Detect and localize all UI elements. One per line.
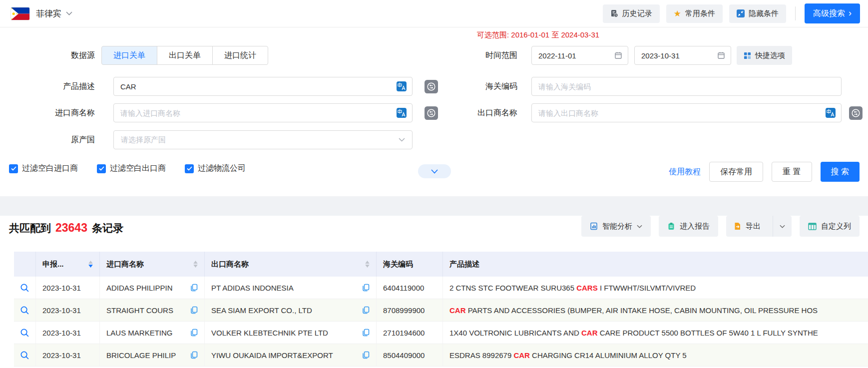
table-row[interactable]: 2023-10-31 ADIDAS PHILIPPIN PT ADIDAS IN… xyxy=(14,277,868,299)
cell-importer[interactable]: LAUS MARKETING xyxy=(106,329,173,337)
save-conditions-button[interactable]: 保存常用 xyxy=(709,162,763,182)
datasource-tabs: 进口关单 出口关单 进口统计 xyxy=(101,46,268,65)
export-button-group: 导出 xyxy=(726,216,792,237)
enter-report-button[interactable]: 进入报告 xyxy=(659,216,718,237)
filter-logistics-company[interactable]: 过滤物流公司 xyxy=(185,163,246,174)
hs-code-input[interactable] xyxy=(537,82,836,91)
magnifier-icon[interactable] xyxy=(20,306,29,315)
translate-icon[interactable] xyxy=(397,108,407,118)
tab-export-declarations[interactable]: 出口关单 xyxy=(157,46,213,65)
product-desc-input[interactable] xyxy=(119,82,397,91)
translate-icon[interactable] xyxy=(826,108,836,118)
magnifier-icon[interactable] xyxy=(20,351,29,360)
advanced-search-button[interactable]: 高级搜索 › xyxy=(805,3,860,23)
origin-select[interactable]: 请选择原产国 xyxy=(113,130,413,149)
columns-icon xyxy=(808,223,817,230)
cell-exporter[interactable]: VOLKER KLEBTECHNIK PTE LTD xyxy=(211,329,328,337)
filter-label: 过滤物流公司 xyxy=(198,163,246,174)
cell-importer[interactable]: BRICOLAGE PHILIP xyxy=(106,351,176,360)
cell-exporter[interactable]: YIWU OUKAIDA IMPORT&EXPORT xyxy=(211,351,333,360)
sort-control[interactable] xyxy=(88,261,93,268)
export-more-button[interactable] xyxy=(773,216,792,237)
search-form: 可选范围: 2016-01-01 至 2024-03-31 数据源 进口关单 出… xyxy=(0,27,868,196)
header-importer[interactable]: 进口商名称 xyxy=(100,252,205,277)
calendar-icon[interactable] xyxy=(614,51,622,59)
count-prefix: 共匹配到 xyxy=(9,221,51,235)
customize-columns-label: 自定义列 xyxy=(821,222,851,231)
sort-control[interactable] xyxy=(365,261,370,268)
export-icon xyxy=(734,222,741,230)
cell-hs-code: 8504409000 xyxy=(377,344,443,366)
search-button[interactable]: 搜 索 xyxy=(821,162,860,182)
calendar-icon[interactable] xyxy=(717,51,725,59)
tab-import-statistics[interactable]: 进口统计 xyxy=(212,46,268,65)
export-label: 导出 xyxy=(746,222,761,231)
header-exporter[interactable]: 出口商名称 xyxy=(205,252,377,277)
hide-conditions-button[interactable]: 隐藏条件 xyxy=(729,4,786,23)
highlighted-keyword: CAR xyxy=(581,329,598,337)
filter-blank-exporter[interactable]: 过滤空白出口商 xyxy=(97,163,166,174)
importer-input[interactable] xyxy=(119,108,397,118)
customize-columns-button[interactable]: 自定义列 xyxy=(800,216,860,237)
copy-icon[interactable] xyxy=(190,284,198,292)
translate-icon[interactable] xyxy=(397,81,407,91)
end-date-field[interactable] xyxy=(634,46,731,65)
start-date-input[interactable] xyxy=(537,51,614,60)
collapse-form-button[interactable] xyxy=(418,164,451,178)
cell-importer[interactable]: STRAIGHT COURS xyxy=(106,306,173,315)
cell-exporter[interactable]: SEA SIAM EXPORT CO., LTD xyxy=(211,306,312,315)
history-button-label: 历史记录 xyxy=(622,9,652,18)
count-suffix: 条记录 xyxy=(92,221,123,235)
cell-declare-date: 2023-10-31 xyxy=(36,322,100,344)
quick-options-button[interactable]: 快捷选项 xyxy=(737,46,792,65)
cell-description: CAR PARTS AND ACCESSORIES (BUMPER, AIR I… xyxy=(443,299,868,321)
copy-icon[interactable] xyxy=(190,351,198,359)
bi-chart-icon xyxy=(590,222,598,230)
exporter-field[interactable] xyxy=(531,103,842,122)
country-selector[interactable]: 菲律宾 xyxy=(11,7,72,20)
smart-analysis-button[interactable]: 智能分析 xyxy=(581,216,651,237)
table-row[interactable]: 2023-10-31 BRICOLAGE PHILIP YIWU OUKAIDA… xyxy=(14,344,868,367)
header-expand-column xyxy=(14,252,36,277)
table-row[interactable]: 2023-10-31 STRAIGHT COURS SEA SIAM EXPOR… xyxy=(14,299,868,322)
history-button[interactable]: 历史记录 xyxy=(603,4,660,23)
result-count-line: 共匹配到 23643 条记录 xyxy=(9,221,123,235)
tutorial-link[interactable]: 使用教程 xyxy=(669,167,701,177)
advanced-search-label: 高级搜索 xyxy=(813,8,845,19)
philippines-flag-icon xyxy=(11,7,29,20)
origin-label: 原产国 xyxy=(0,135,95,145)
header-declare-date[interactable]: 申报... xyxy=(36,252,100,277)
table-row[interactable]: 2023-10-31 LAUS MARKETING VOLKER KLEBTEC… xyxy=(14,322,868,344)
tab-import-declarations[interactable]: 进口关单 xyxy=(101,46,157,65)
copy-icon[interactable] xyxy=(362,284,370,292)
magnifier-icon[interactable] xyxy=(20,283,29,293)
magnifier-icon[interactable] xyxy=(20,328,29,338)
sort-control[interactable] xyxy=(193,261,198,268)
filter-blank-importer[interactable]: 过滤空白进口商 xyxy=(9,163,78,174)
exclude-filter-icon[interactable] xyxy=(849,106,863,120)
copy-icon[interactable] xyxy=(362,306,370,314)
hs-code-field[interactable] xyxy=(531,77,842,96)
checkbox-checked-icon[interactable] xyxy=(97,164,106,173)
favorite-conditions-button[interactable]: ★ 常用条件 xyxy=(666,4,723,23)
reset-button[interactable]: 重 置 xyxy=(772,162,812,182)
cell-exporter[interactable]: PT ADIDAS INDONESIA xyxy=(211,284,294,292)
table-body: 2023-10-31 ADIDAS PHILIPPIN PT ADIDAS IN… xyxy=(14,277,868,367)
start-date-field[interactable] xyxy=(531,46,628,65)
product-desc-field[interactable] xyxy=(113,77,413,96)
exporter-input[interactable] xyxy=(537,108,826,118)
export-button[interactable]: 导出 xyxy=(726,216,768,237)
cell-description: 1X40 VOLTRONIC LUBRICANTS AND CAR CARE P… xyxy=(443,322,868,344)
chevron-right-icon: › xyxy=(849,8,852,17)
copy-icon[interactable] xyxy=(362,351,370,359)
copy-icon[interactable] xyxy=(190,329,198,337)
checkbox-checked-icon[interactable] xyxy=(9,164,18,173)
collapse-icon xyxy=(737,9,745,17)
importer-field[interactable] xyxy=(113,103,413,122)
top-bar: 菲律宾 历史记录 ★ 常用条件 xyxy=(0,0,868,27)
copy-icon[interactable] xyxy=(190,306,198,314)
checkbox-checked-icon[interactable] xyxy=(185,164,194,173)
cell-importer[interactable]: ADIDAS PHILIPPIN xyxy=(106,284,173,292)
end-date-input[interactable] xyxy=(640,51,717,60)
copy-icon[interactable] xyxy=(362,329,370,337)
